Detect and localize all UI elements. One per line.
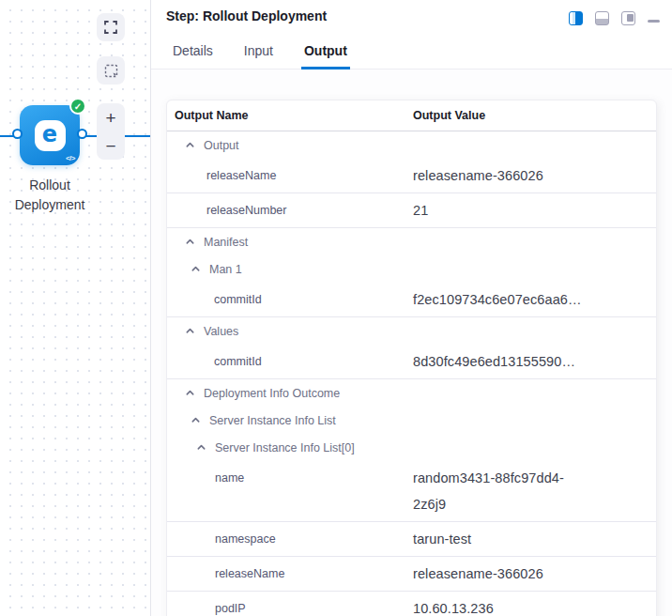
zoom-in-icon: + [105,109,115,127]
table-row: commitId f2ec109734c6e07ec6aa6… [167,283,656,317]
table-row: commitId 8d30fc49e6ed13155590… [167,345,656,379]
group-label: Values [204,325,238,338]
group-row-output[interactable]: Output [167,131,656,159]
group-row-server-instance-info-list[interactable]: Server Instance Info List [167,407,656,434]
chevron-up-icon[interactable] [191,415,201,425]
output-name-cell: podIP [167,595,413,616]
chevron-up-icon[interactable] [185,388,195,398]
output-value-cell: tarun-test [413,526,588,552]
table-header-row: Output Name Output Value [167,100,656,131]
marquee-select-button[interactable] [97,56,125,85]
tab-details[interactable]: Details [170,38,216,69]
group-row-deployment-info-outcome[interactable]: Deployment Info Outcome [167,379,656,407]
node-label: Rollout Deployment [0,176,99,215]
group-label: Deployment Info Outcome [204,387,340,400]
app-window: e </> ✓ Rollout Deployment + − [0,0,672,616]
zoom-controls: + − [97,103,125,160]
output-name-cell: releaseName [167,162,413,189]
step-details-panel: Step: Rollout Deployment Details Input O… [151,0,672,616]
success-check-icon: ✓ [69,98,86,115]
column-header-output-name: Output Name [167,109,413,122]
expand-canvas-button[interactable] [97,13,125,41]
output-name-cell: releaseNumber [167,197,413,223]
group-row-values[interactable]: Values [167,317,656,345]
code-icon: </> [66,154,75,162]
chevron-up-icon[interactable] [185,326,195,336]
group-label: Server Instance Info List [209,414,336,427]
group-label: Man 1 [209,263,242,276]
group-row-man-1[interactable]: Man 1 [167,255,656,283]
split-bottom-icon[interactable] [595,11,609,25]
node-output-port[interactable] [77,129,87,139]
table-row: releaseName releasename-366026 [167,557,656,592]
float-panel-icon[interactable] [621,11,635,25]
output-name-cell: commitId [167,348,413,375]
chevron-up-icon[interactable] [185,237,195,247]
table-row: namespace tarun-test [167,522,656,557]
rollout-deployment-node[interactable]: e </> ✓ [20,105,80,165]
output-value-cell: 8d30fc49e6ed13155590… [413,348,588,375]
tab-input[interactable]: Input [241,38,276,69]
column-header-output-value: Output Value [413,109,656,122]
panel-header: Step: Rollout Deployment [151,0,672,25]
table-row: releaseName releasename-366026 [167,159,656,193]
output-value-cell: 21 [413,197,588,223]
output-table: Output Name Output Value Output releaseN… [166,100,657,616]
output-name-cell: commitId [167,286,413,313]
harness-logo-glyph: e [42,123,57,146]
split-right-icon[interactable] [569,11,583,25]
minimize-icon[interactable] [648,20,660,23]
group-row-manifest[interactable]: Manifest [167,228,656,255]
marquee-select-icon [104,64,118,78]
zoom-out-button[interactable]: − [97,131,125,160]
node-input-port[interactable] [12,129,23,139]
group-row-server-instance-info-list-0[interactable]: Server Instance Info List[0] [167,434,656,461]
group-label: Output [204,139,239,152]
tab-content: Output Name Output Value Output releaseN… [151,69,672,616]
output-name-cell: name [167,465,413,491]
chevron-up-icon[interactable] [185,140,195,150]
expand-icon [104,21,117,34]
table-row: podIP 10.60.13.236 [167,592,656,616]
zoom-out-icon: − [105,137,115,155]
zoom-in-button[interactable]: + [97,103,125,131]
chevron-up-icon[interactable] [196,442,206,453]
output-value-cell: f2ec109734c6e07ec6aa6… [413,286,588,313]
output-name-cell: releaseName [167,561,413,587]
page-title: Step: Rollout Deployment [166,8,327,23]
group-label: Manifest [204,236,248,249]
table-row: name random3431-88fc97dd4-2z6j9 [167,461,656,522]
output-value-cell: random3431-88fc97dd4-2z6j9 [413,465,588,517]
output-value-cell: releasename-366026 [413,561,588,587]
output-name-cell: namespace [167,526,413,552]
table-row: releaseNumber 21 [167,193,656,228]
chevron-up-icon[interactable] [191,264,201,274]
rollout-step-icon: e [35,120,66,151]
pipeline-canvas[interactable]: e </> ✓ Rollout Deployment + − [0,0,151,616]
tab-output[interactable]: Output [301,38,350,69]
panel-layout-controls [569,11,660,25]
output-value-cell: 10.60.13.236 [413,595,588,616]
tab-bar: Details Input Output [151,38,672,69]
output-value-cell: releasename-366026 [413,162,588,189]
group-label: Server Instance Info List[0] [215,441,355,454]
